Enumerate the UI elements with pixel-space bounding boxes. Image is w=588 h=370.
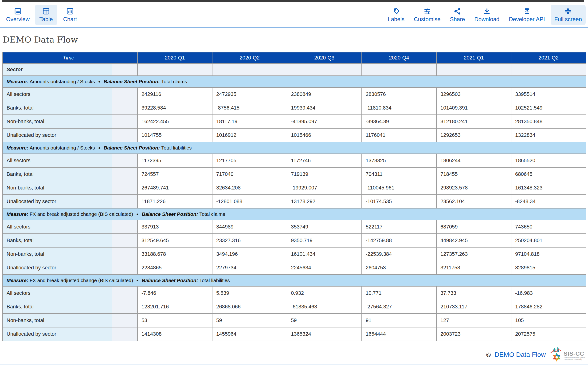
value-cell[interactable]: 344989 [212, 220, 287, 234]
value-cell[interactable]: 1016912 [212, 128, 287, 142]
toolbar-button-developer-api[interactable]: Developer API [505, 5, 548, 25]
column-header-period[interactable]: 2020-Q3 [287, 52, 362, 63]
value-cell[interactable]: 5.539 [212, 286, 287, 300]
value-cell[interactable]: -10174.535 [362, 195, 436, 208]
column-header-period[interactable]: 2020-Q1 [137, 52, 212, 63]
value-cell[interactable]: 1865520 [511, 154, 586, 167]
value-cell[interactable]: 250204.801 [511, 234, 586, 247]
toolbar-button-table[interactable]: Table [35, 5, 57, 25]
value-cell[interactable]: -41895.097 [287, 115, 362, 128]
value-cell[interactable]: -27564.327 [362, 300, 436, 314]
value-cell[interactable]: 10.771 [362, 286, 436, 300]
value-cell[interactable]: -22539.384 [362, 247, 436, 261]
value-cell[interactable]: 724557 [137, 167, 212, 181]
value-cell[interactable]: 1322834 [511, 128, 586, 142]
value-cell[interactable]: 13178.292 [287, 195, 362, 208]
value-cell[interactable]: 2234865 [137, 261, 212, 275]
value-cell[interactable]: 267489.741 [137, 181, 212, 195]
value-cell[interactable]: -8756.415 [212, 101, 287, 115]
value-cell[interactable]: 102521.549 [511, 101, 586, 115]
value-cell[interactable]: 9350.719 [287, 234, 362, 247]
value-cell[interactable]: 210733.117 [436, 300, 511, 314]
value-cell[interactable]: 312549.645 [137, 234, 212, 247]
value-cell[interactable]: 91 [362, 314, 436, 327]
toolbar-button-labels[interactable]: Labels [384, 5, 408, 25]
value-cell[interactable]: 718455 [436, 167, 511, 181]
value-cell[interactable]: 105 [511, 314, 586, 327]
value-cell[interactable]: 2472935 [212, 87, 287, 101]
value-cell[interactable]: 59 [212, 314, 287, 327]
value-cell[interactable]: -39364.39 [362, 115, 436, 128]
value-cell[interactable]: 1654444 [362, 327, 436, 341]
value-cell[interactable]: -16.983 [511, 286, 586, 300]
value-cell[interactable]: 127357.263 [436, 247, 511, 261]
toolbar-button-download[interactable]: Download [471, 5, 503, 25]
value-cell[interactable]: 178846.282 [511, 300, 586, 314]
value-cell[interactable]: 743650 [511, 220, 586, 234]
value-cell[interactable]: 23562.104 [436, 195, 511, 208]
value-cell[interactable]: 2429116 [137, 87, 212, 101]
value-cell[interactable]: 127 [436, 314, 511, 327]
value-cell[interactable]: 11871.226 [137, 195, 212, 208]
value-cell[interactable]: 19939.434 [287, 101, 362, 115]
value-cell[interactable]: -61835.463 [287, 300, 362, 314]
value-cell[interactable]: 2003723 [436, 327, 511, 341]
value-cell[interactable]: -12801.088 [212, 195, 287, 208]
dataflow-copyright-link[interactable]: DEMO Data Flow [494, 351, 546, 359]
value-cell[interactable]: 2279734 [212, 261, 287, 275]
value-cell[interactable]: 2830576 [362, 87, 436, 101]
value-cell[interactable]: 3289815 [511, 261, 586, 275]
value-cell[interactable]: 59 [287, 314, 362, 327]
value-cell[interactable]: 33188.678 [137, 247, 212, 261]
value-cell[interactable]: 522117 [362, 220, 436, 234]
value-cell[interactable]: 449842.945 [436, 234, 511, 247]
value-cell[interactable]: 3494.196 [212, 247, 287, 261]
value-cell[interactable]: 704311 [362, 167, 436, 181]
value-cell[interactable]: 97104.818 [511, 247, 586, 261]
value-cell[interactable]: 312180.241 [436, 115, 511, 128]
column-header-period[interactable]: 2021-Q1 [436, 52, 511, 63]
value-cell[interactable]: -142759.88 [362, 234, 436, 247]
toolbar-button-chart[interactable]: Chart [59, 5, 81, 25]
value-cell[interactable]: 1015466 [287, 128, 362, 142]
value-cell[interactable]: 39228.584 [137, 101, 212, 115]
value-cell[interactable]: 1014755 [137, 128, 212, 142]
value-cell[interactable]: 298923.578 [436, 181, 511, 195]
value-cell[interactable]: -19929.007 [287, 181, 362, 195]
value-cell[interactable]: -8248.34 [511, 195, 586, 208]
value-cell[interactable]: 1176041 [362, 128, 436, 142]
value-cell[interactable]: 687059 [436, 220, 511, 234]
value-cell[interactable]: 3211758 [436, 261, 511, 275]
column-header-period[interactable]: 2021-Q2 [511, 52, 586, 63]
value-cell[interactable]: 1217705 [212, 154, 287, 167]
value-cell[interactable]: 1292653 [436, 128, 511, 142]
column-header-period[interactable]: 2020-Q4 [362, 52, 436, 63]
value-cell[interactable]: 719139 [287, 167, 362, 181]
value-cell[interactable]: 53 [137, 314, 212, 327]
value-cell[interactable]: -11810.834 [362, 101, 436, 115]
value-cell[interactable]: 2604753 [362, 261, 436, 275]
value-cell[interactable]: 1365324 [287, 327, 362, 341]
value-cell[interactable]: 123201.716 [137, 300, 212, 314]
toolbar-button-customise[interactable]: Customise [410, 5, 444, 25]
value-cell[interactable]: 32634.208 [212, 181, 287, 195]
value-cell[interactable]: 18117.19 [212, 115, 287, 128]
value-cell[interactable]: 717040 [212, 167, 287, 181]
value-cell[interactable]: 281350.848 [511, 115, 586, 128]
value-cell[interactable]: 353749 [287, 220, 362, 234]
value-cell[interactable]: 2072575 [511, 327, 586, 341]
value-cell[interactable]: 1172746 [287, 154, 362, 167]
value-cell[interactable]: 680645 [511, 167, 586, 181]
value-cell[interactable]: 3395514 [511, 87, 586, 101]
value-cell[interactable]: 3296503 [436, 87, 511, 101]
value-cell[interactable]: 23327.316 [212, 234, 287, 247]
value-cell[interactable]: 2245634 [287, 261, 362, 275]
value-cell[interactable]: 1414308 [137, 327, 212, 341]
value-cell[interactable]: 26868.066 [212, 300, 287, 314]
column-header-period[interactable]: 2020-Q2 [212, 52, 287, 63]
value-cell[interactable]: -110045.961 [362, 181, 436, 195]
toolbar-button-full-screen[interactable]: Full screen [551, 5, 586, 25]
value-cell[interactable]: 16101.434 [287, 247, 362, 261]
value-cell[interactable]: 1172395 [137, 154, 212, 167]
value-cell[interactable]: -7.846 [137, 286, 212, 300]
